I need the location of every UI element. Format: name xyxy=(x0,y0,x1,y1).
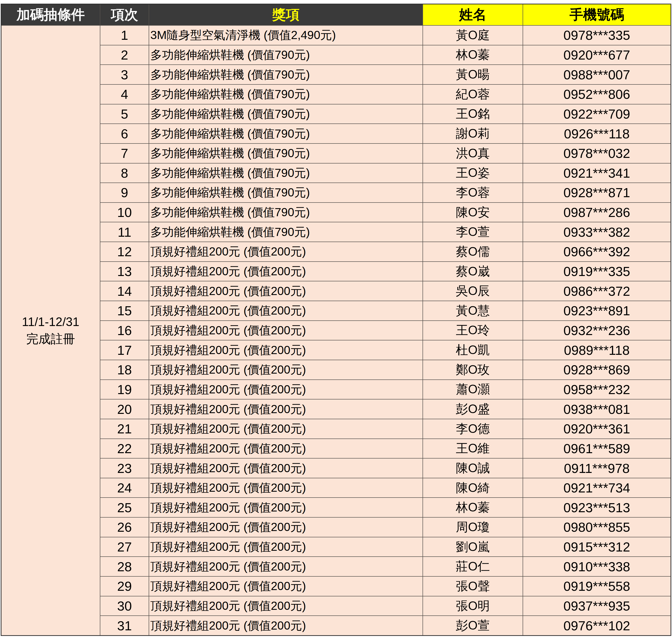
row-index-cell: 15 xyxy=(100,301,149,320)
prize-cell: 頂規好禮組200元 (價值200元) xyxy=(149,262,422,281)
prize-cell: 多功能伸縮烘鞋機 (價值790元) xyxy=(149,85,422,104)
phone-cell: 0976***102 xyxy=(523,616,671,635)
row-index-cell: 6 xyxy=(100,124,149,143)
row-index-cell: 27 xyxy=(100,537,149,557)
winner-name-cell: 謝O莉 xyxy=(423,124,523,143)
row-index-cell: 24 xyxy=(100,478,149,498)
winner-name-cell: 彭O盛 xyxy=(423,399,523,419)
row-index-cell: 31 xyxy=(100,616,149,635)
winner-name-cell: 黃O暘 xyxy=(423,65,523,84)
winner-name-cell: 張O聲 xyxy=(423,577,523,596)
winner-name-cell: 王O銘 xyxy=(423,105,523,124)
phone-cell: 0928***869 xyxy=(523,360,671,379)
row-index-cell: 10 xyxy=(100,203,149,222)
prize-cell: 頂規好禮組200元 (價值200元) xyxy=(149,242,422,262)
prize-cell: 3M隨身型空氣清淨機 (價值2,490元) xyxy=(149,26,422,45)
phone-cell: 0958***232 xyxy=(523,380,671,399)
phone-cell: 0987***286 xyxy=(523,203,671,222)
winner-name-cell: 王O姿 xyxy=(423,163,523,183)
winners-sheet: 加碼抽條件 項次 獎項 姓名 手機號碼 11/1-12/31 完成註冊 1 3M… xyxy=(1,4,671,636)
winner-name-cell: 李O蓉 xyxy=(423,183,523,202)
winner-name-cell: 蔡O崴 xyxy=(423,262,523,281)
condition-action: 完成註冊 xyxy=(26,330,75,348)
row-index-cell: 26 xyxy=(100,518,149,537)
phone-cell: 0920***677 xyxy=(523,45,671,65)
header-condition: 加碼抽條件 xyxy=(1,4,100,25)
header-phone: 手機號碼 xyxy=(523,4,671,25)
prize-cell: 多功能伸縮烘鞋機 (價值790元) xyxy=(149,65,422,84)
prize-cell: 頂規好禮組200元 (價值200元) xyxy=(149,399,422,419)
row-index-cell: 21 xyxy=(100,419,149,438)
prize-cell: 頂規好禮組200元 (價值200元) xyxy=(149,498,422,517)
header-name: 姓名 xyxy=(423,4,523,25)
row-index-cell: 11 xyxy=(100,222,149,242)
winner-name-cell: 劉O嵐 xyxy=(423,537,523,557)
phone-cell: 0911***978 xyxy=(523,459,671,478)
prize-cell: 頂規好禮組200元 (價值200元) xyxy=(149,577,422,596)
winners-table: 加碼抽條件 項次 獎項 姓名 手機號碼 11/1-12/31 完成註冊 1 3M… xyxy=(1,4,671,636)
prize-cell: 多功能伸縮烘鞋機 (價值790元) xyxy=(149,45,422,65)
condition-period: 11/1-12/31 xyxy=(22,313,79,330)
winner-name-cell: 張O明 xyxy=(423,596,523,616)
winner-name-cell: 莊O仁 xyxy=(423,557,523,576)
winner-name-cell: 周O瓊 xyxy=(423,518,523,537)
row-index-cell: 30 xyxy=(100,596,149,616)
prize-cell: 多功能伸縮烘鞋機 (價值790元) xyxy=(149,163,422,183)
prize-cell: 多功能伸縮烘鞋機 (價值790元) xyxy=(149,203,422,222)
prize-cell: 頂規好禮組200元 (價值200元) xyxy=(149,419,422,438)
prize-cell: 多功能伸縮烘鞋機 (價值790元) xyxy=(149,105,422,124)
phone-cell: 0978***032 xyxy=(523,144,671,163)
winner-name-cell: 陳O安 xyxy=(423,203,523,222)
row-index-cell: 1 xyxy=(100,26,149,45)
prize-cell: 頂規好禮組200元 (價值200元) xyxy=(149,380,422,399)
winner-name-cell: 黃O庭 xyxy=(423,26,523,45)
phone-cell: 0988***007 xyxy=(523,65,671,84)
winner-name-cell: 王O玲 xyxy=(423,321,523,340)
row-index-cell: 23 xyxy=(100,459,149,478)
row-index-cell: 13 xyxy=(100,262,149,281)
phone-cell: 0923***513 xyxy=(523,498,671,517)
phone-cell: 0919***558 xyxy=(523,577,671,596)
prize-cell: 多功能伸縮烘鞋機 (價值790元) xyxy=(149,183,422,202)
winner-name-cell: 蔡O儒 xyxy=(423,242,523,262)
row-index-cell: 2 xyxy=(100,45,149,65)
header-index: 項次 xyxy=(100,4,149,25)
row-index-cell: 28 xyxy=(100,557,149,576)
row-index-cell: 3 xyxy=(100,65,149,84)
row-index-cell: 7 xyxy=(100,144,149,163)
prize-cell: 頂規好禮組200元 (價值200元) xyxy=(149,557,422,576)
row-index-cell: 22 xyxy=(100,439,149,458)
row-index-cell: 29 xyxy=(100,577,149,596)
phone-cell: 0980***855 xyxy=(523,518,671,537)
row-index-cell: 8 xyxy=(100,163,149,183)
phone-cell: 0978***335 xyxy=(523,26,671,45)
winner-name-cell: 蕭O灝 xyxy=(423,380,523,399)
phone-cell: 0937***935 xyxy=(523,596,671,616)
row-index-cell: 20 xyxy=(100,399,149,419)
winner-name-cell: 洪O真 xyxy=(423,144,523,163)
row-index-cell: 25 xyxy=(100,498,149,517)
winner-name-cell: 李O德 xyxy=(423,419,523,438)
phone-cell: 0961***589 xyxy=(523,439,671,458)
phone-cell: 0915***312 xyxy=(523,537,671,557)
prize-cell: 頂規好禮組200元 (價值200元) xyxy=(149,518,422,537)
winner-name-cell: 林O蓁 xyxy=(423,45,523,65)
phone-cell: 0919***335 xyxy=(523,262,671,281)
row-index-cell: 18 xyxy=(100,360,149,379)
phone-cell: 0986***372 xyxy=(523,281,671,301)
row-index-cell: 16 xyxy=(100,321,149,340)
winner-name-cell: 杜O凱 xyxy=(423,340,523,360)
prize-cell: 頂規好禮組200元 (價值200元) xyxy=(149,321,422,340)
winner-name-cell: 彭O萱 xyxy=(423,616,523,635)
prize-cell: 多功能伸縮烘鞋機 (價值790元) xyxy=(149,222,422,242)
prize-cell: 頂規好禮組200元 (價值200元) xyxy=(149,537,422,557)
prize-cell: 多功能伸縮烘鞋機 (價值790元) xyxy=(149,124,422,143)
phone-cell: 0926***118 xyxy=(523,124,671,143)
phone-cell: 0938***081 xyxy=(523,399,671,419)
winner-name-cell: 王O維 xyxy=(423,439,523,458)
row-index-cell: 14 xyxy=(100,281,149,301)
prize-cell: 頂規好禮組200元 (價值200元) xyxy=(149,360,422,379)
phone-cell: 0923***891 xyxy=(523,301,671,320)
row-index-cell: 4 xyxy=(100,85,149,104)
phone-cell: 0922***709 xyxy=(523,105,671,124)
